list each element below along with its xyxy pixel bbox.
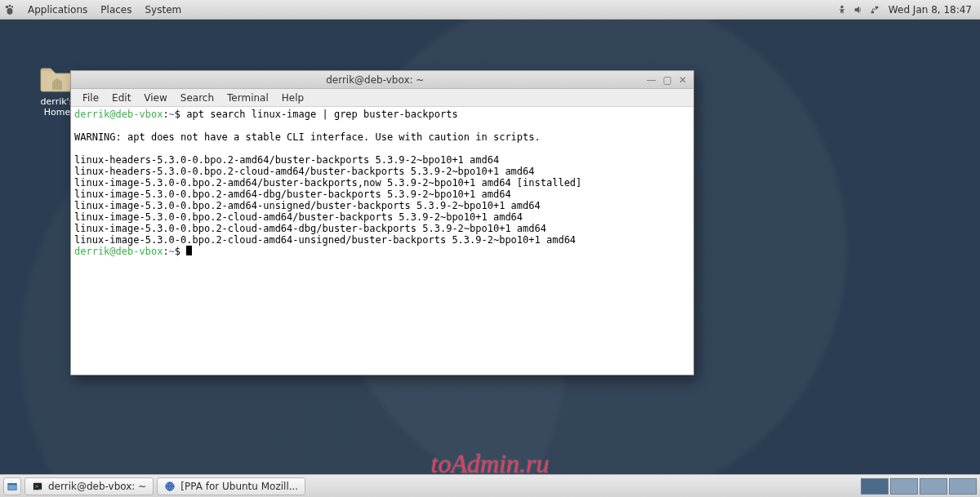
terminal-cursor (186, 246, 192, 255)
svg-point-0 (6, 5, 9, 8)
svg-rect-8 (8, 483, 16, 485)
menu-system[interactable]: System (138, 4, 188, 16)
terminal-output-line: linux-headers-5.3.0-0.bpo.2-amd64/buster… (74, 154, 499, 166)
svg-rect-5 (871, 11, 874, 13)
taskbar-item-label: derrik@deb-vbox: ~ (48, 481, 146, 492)
svg-point-2 (11, 6, 13, 7)
show-desktop-icon (7, 481, 18, 492)
terminal-output-line: linux-image-5.3.0-0.bpo.2-amd64/buster-b… (74, 177, 581, 189)
close-button[interactable]: ✕ (679, 74, 687, 86)
terminal-output-line: linux-image-5.3.0-0.bpo.2-cloud-amd64-db… (74, 223, 546, 234)
menu-view[interactable]: View (137, 92, 173, 104)
globe-icon (164, 481, 176, 492)
menu-terminal[interactable]: Terminal (220, 92, 275, 104)
workspace-4[interactable] (949, 478, 977, 495)
taskbar-item-label: [PPA for Ubuntu Mozill... (180, 481, 298, 492)
prompt-dollar: $ (175, 109, 186, 120)
menu-file[interactable]: File (76, 92, 105, 104)
window-title: derrik@deb-vbox: ~ (110, 74, 640, 86)
taskbar-item-browser[interactable]: [PPA for Ubuntu Mozill... (157, 477, 305, 495)
gnome-foot-icon (3, 3, 16, 16)
svg-point-1 (9, 4, 11, 7)
prompt-path: ~ (169, 246, 175, 257)
maximize-button[interactable]: ▢ (663, 74, 672, 86)
terminal-warning: WARNING: apt does not have a stable CLI … (74, 131, 541, 143)
menu-edit[interactable]: Edit (105, 92, 137, 104)
workspace-pager (861, 478, 980, 495)
prompt-path: ~ (169, 109, 175, 120)
terminal-output-line: linux-image-5.3.0-0.bpo.2-amd64-dbg/bust… (74, 189, 511, 200)
terminal-icon: >_ (32, 481, 43, 492)
prompt-dollar: $ (175, 246, 186, 257)
svg-point-3 (7, 7, 13, 14)
svg-rect-6 (875, 6, 878, 8)
minimize-button[interactable]: — (647, 74, 657, 86)
terminal-command: apt search linux-image | grep buster-bac… (186, 109, 457, 120)
taskbar-item-terminal[interactable]: >_ derrik@deb-vbox: ~ (24, 477, 154, 495)
menu-help[interactable]: Help (275, 92, 310, 104)
workspace-3[interactable] (920, 478, 947, 495)
volume-icon[interactable] (853, 4, 864, 16)
terminal-output-line: linux-image-5.3.0-0.bpo.2-cloud-amd64-un… (74, 234, 576, 246)
prompt-user: derrik@deb-vbox (74, 109, 163, 120)
terminal-output-line: linux-image-5.3.0-0.bpo.2-amd64-unsigned… (74, 200, 541, 211)
menu-applications[interactable]: Applications (21, 4, 94, 16)
menu-places[interactable]: Places (94, 4, 138, 16)
terminal-output-line: linux-headers-5.3.0-0.bpo.2-cloud-amd64/… (74, 166, 535, 177)
menu-search[interactable]: Search (174, 92, 220, 104)
svg-text:>_: >_ (35, 482, 42, 489)
window-controls: — ▢ ✕ (640, 74, 693, 86)
terminal-window: derrik@deb-vbox: ~ — ▢ ✕ File Edit View … (70, 70, 694, 375)
top-panel: Applications Places System Wed Jan 8, 18… (0, 0, 980, 20)
prompt-user: derrik@deb-vbox (74, 246, 163, 257)
network-icon[interactable] (869, 4, 880, 16)
clock[interactable]: Wed Jan 8, 18:47 (889, 4, 972, 16)
window-titlebar[interactable]: derrik@deb-vbox: ~ — ▢ ✕ (71, 71, 693, 89)
terminal-menubar: File Edit View Search Terminal Help (71, 89, 693, 107)
prompt-sep: : (163, 109, 168, 120)
terminal-body[interactable]: derrik@deb-vbox:~$ apt search linux-imag… (71, 107, 693, 375)
workspace-2[interactable] (890, 478, 918, 495)
show-desktop-button[interactable] (3, 477, 21, 495)
svg-point-4 (840, 5, 843, 7)
terminal-output-line: linux-image-5.3.0-0.bpo.2-cloud-amd64/bu… (74, 211, 523, 223)
accessibility-icon[interactable] (836, 4, 848, 16)
bottom-panel: >_ derrik@deb-vbox: ~ [PPA for Ubuntu Mo… (0, 474, 980, 497)
workspace-1[interactable] (861, 478, 889, 495)
prompt-sep: : (163, 246, 168, 257)
system-tray: Wed Jan 8, 18:47 (836, 4, 977, 16)
